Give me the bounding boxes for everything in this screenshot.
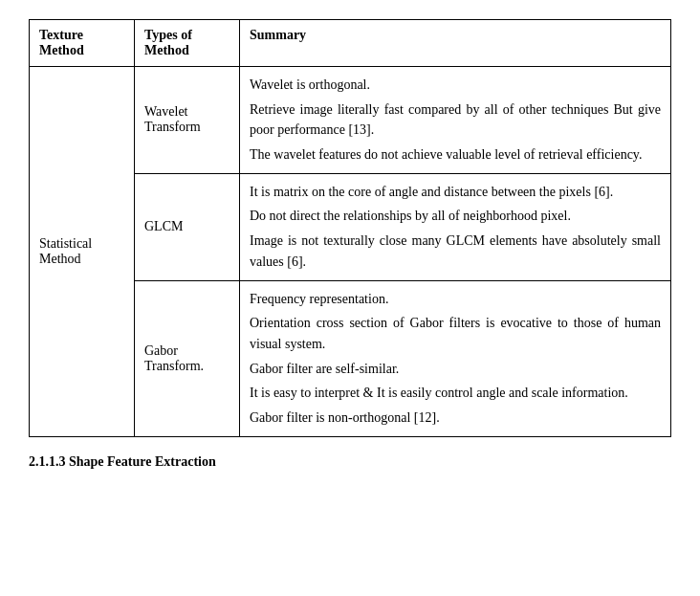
summary-line: It is easy to interpret & It is easily c…	[250, 383, 661, 404]
summary-cell: It is matrix on the core of angle and di…	[240, 173, 671, 280]
summary-line: Orientation cross section of Gabor filte…	[250, 313, 661, 354]
summary-line: Gabor filter is non-orthogonal [12].	[250, 408, 661, 429]
types-method-cell: Wavelet Transform	[135, 67, 240, 174]
summary-cell: Wavelet is orthogonal.Retrieve image lit…	[240, 67, 671, 174]
summary-line: The wavelet features do not achieve valu…	[250, 144, 661, 166]
header-summary: Summary	[240, 20, 671, 67]
texture-method-cell: Statistical Method	[30, 67, 135, 437]
summary-line: Gabor filter are self-similar.	[250, 359, 661, 380]
header-texture-method: Texture Method	[30, 20, 135, 67]
texture-methods-table: Texture Method Types of Method Summary S…	[29, 19, 671, 437]
section-heading: 2.1.1.3 Shape Feature Extraction	[29, 454, 671, 470]
summary-line: Frequency representation.	[250, 289, 661, 310]
types-method-cell: GLCM	[135, 173, 240, 280]
summary-line: Retrieve image literally fast compared b…	[250, 99, 661, 141]
table-row: Statistical MethodWavelet TransformWavel…	[30, 67, 671, 174]
summary-cell: Frequency representation.Orientation cro…	[240, 280, 671, 436]
summary-line: Wavelet is orthogonal.	[250, 75, 661, 96]
summary-line: Image is not texturally close many GLCM …	[250, 231, 661, 272]
summary-line: It is matrix on the core of angle and di…	[250, 182, 661, 203]
header-types-of-method: Types of Method	[135, 20, 240, 67]
summary-line: Do not direct the relationships by all o…	[250, 206, 661, 227]
types-method-cell: Gabor Transform.	[135, 280, 240, 436]
